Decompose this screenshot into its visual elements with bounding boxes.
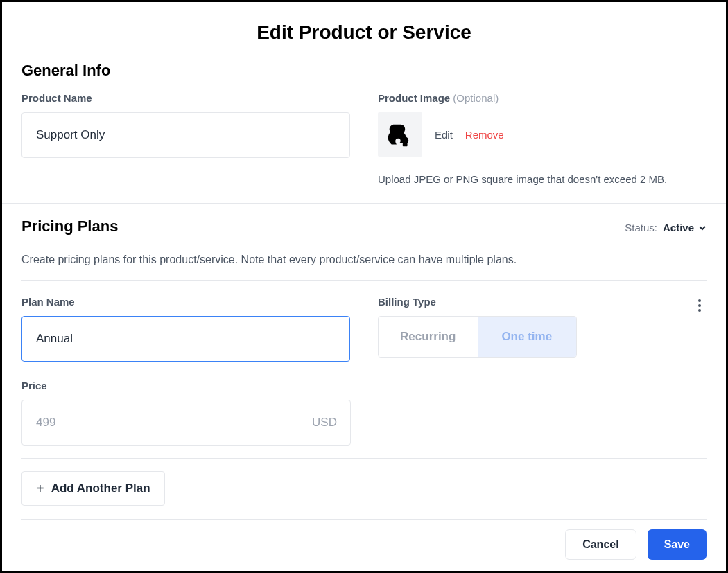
plan-block: Plan Name Billing Type Recurring One tim…	[21, 296, 707, 459]
plan-name-input[interactable]	[21, 316, 350, 362]
price-input[interactable]	[21, 400, 351, 446]
page-title: Edit Product or Service	[2, 2, 726, 48]
status-label: Status:	[625, 222, 657, 233]
pricing-heading: Pricing Plans	[21, 218, 118, 236]
gorilla-icon	[384, 118, 416, 150]
product-image-label-text: Product Image	[378, 92, 450, 104]
save-button[interactable]: Save	[648, 529, 707, 560]
cancel-button[interactable]: Cancel	[565, 529, 636, 560]
general-info-section: General Info Product Name Product Image …	[2, 48, 726, 204]
price-label: Price	[21, 380, 707, 391]
add-plan-label: Add Another Plan	[51, 482, 150, 495]
status-wrap: Status: Active	[625, 222, 707, 233]
pricing-plans-section: Pricing Plans Status: Active Create pric…	[2, 204, 726, 506]
general-heading: General Info	[21, 62, 707, 80]
chevron-down-icon	[698, 224, 707, 232]
billing-type-toggle: Recurring One time	[378, 316, 577, 358]
remove-image-button[interactable]: Remove	[465, 129, 504, 141]
pricing-description: Create pricing plans for this product/se…	[21, 254, 707, 281]
image-help-text: Upload JPEG or PNG square image that doe…	[378, 173, 707, 185]
plan-name-label: Plan Name	[21, 296, 350, 308]
product-name-label: Product Name	[21, 92, 350, 104]
billing-onetime-option[interactable]: One time	[478, 317, 577, 357]
edit-image-button[interactable]: Edit	[435, 129, 453, 141]
product-image-thumbnail[interactable]	[378, 112, 422, 157]
status-value: Active	[663, 222, 694, 233]
product-image-optional: (Optional)	[453, 92, 499, 104]
status-select[interactable]: Active	[663, 222, 707, 233]
footer-actions: Cancel Save	[565, 529, 707, 560]
footer-divider	[21, 519, 707, 520]
plus-icon: +	[36, 482, 44, 495]
billing-type-label: Billing Type	[378, 296, 707, 308]
billing-recurring-option[interactable]: Recurring	[379, 317, 478, 357]
add-another-plan-button[interactable]: + Add Another Plan	[21, 471, 165, 506]
plan-menu-button[interactable]	[693, 299, 707, 312]
product-image-label: Product Image (Optional)	[378, 92, 707, 104]
product-name-input[interactable]	[21, 112, 350, 158]
